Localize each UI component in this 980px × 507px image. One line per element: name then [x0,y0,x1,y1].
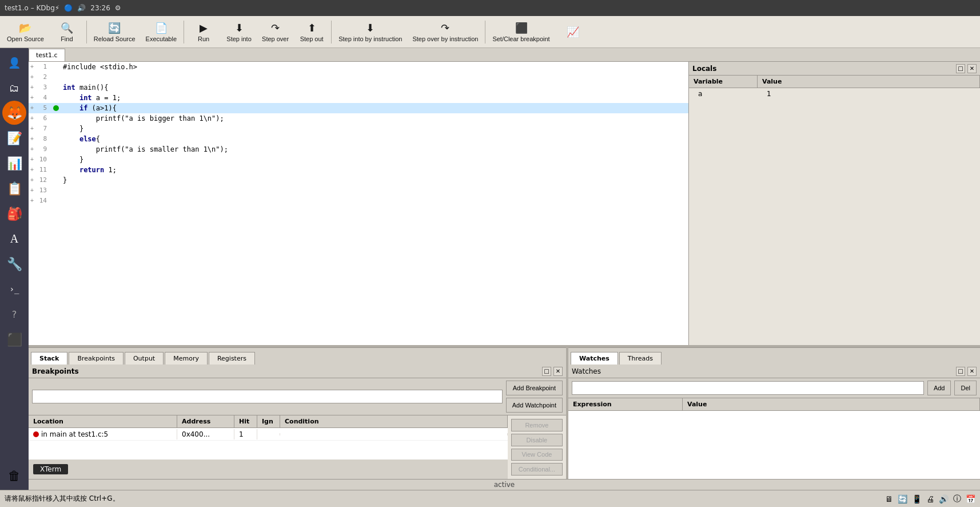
sidebar-icon-firefox[interactable]: 🦊 [2,101,26,125]
status-calendar-icon[interactable]: 📅 [966,494,975,504]
code-line-8: + 8 else{ [29,134,688,144]
tab-test1c[interactable]: test1.c [29,49,65,61]
code-line-7: + 7 } [29,124,688,134]
bp-close-button[interactable]: ✕ [553,367,563,376]
code-line-13: + 13 [29,185,688,196]
toolbar-separator-2 [184,21,184,43]
bp-cell-condition [280,433,508,435]
watches-search-input[interactable] [572,381,924,395]
active-status: active [29,479,980,490]
sidebar: 👤 🗂 🦊 📝 📊 📋 🎒 A 🔧 ›_ ? ⬛ 🗑 [0,48,29,490]
breakpoint-search-input[interactable] [32,390,503,403]
watches-col-value: Value [683,398,980,410]
sidebar-icon-xterm[interactable]: ⬛ [2,327,26,351]
remove-button[interactable]: Remove [511,419,563,431]
set-clear-breakpoint-button[interactable]: ⬛ Set/Clear breakpoint [488,18,554,46]
find-button[interactable]: 🔍 Find [50,18,84,46]
step-out-button[interactable]: ⬆ Step out [294,18,329,46]
step-into-label: Step into [226,35,251,42]
watches-close-button[interactable]: ✕ [967,367,977,376]
sidebar-icon-trash[interactable]: 🗑 [2,464,26,488]
code-line-14: + 14 [29,196,688,206]
sidebar-icon-terminal[interactable]: ›_ [2,277,26,301]
disable-button[interactable]: Disable [511,434,563,446]
sidebar-icon-tools[interactable]: 🔧 [2,252,26,276]
reload-source-button[interactable]: 🔄 Reload Source [89,18,140,46]
tab-bar: test1.c [29,48,980,62]
titlebar: test1.o – KDbg ⚡ 🔵 🔊 23:26 ⚙ [0,0,980,16]
tab-stack[interactable]: Stack [31,352,67,365]
locals-columns: Variable Value [689,76,980,88]
step-into-instr-label: Step into by instruction [338,35,402,42]
tab-breakpoints[interactable]: Breakpoints [69,352,124,365]
status-network-icon[interactable]: 🖥 [885,494,893,504]
step-over-instr-label: Step over by instruction [412,35,478,42]
status-right: 🖥 🔄 📱 🖨 🔊 ⓘ 📅 [885,494,975,504]
code-locals-split: + 1 #include <stdio.h> + 2 + 3 int main(… [29,62,980,345]
step-into-by-instruction-button[interactable]: ⬇ Step into by instruction [334,18,407,46]
sidebar-icon-amazon[interactable]: A [2,227,26,251]
status-refresh-icon[interactable]: 🔄 [898,494,907,504]
tab-label: test1.c [36,52,58,59]
breakpoint-row-1[interactable]: in main at test1.c:5 0x400... 1 [29,428,508,441]
locals-close-button[interactable]: ✕ [967,64,977,73]
add-watchpoint-button[interactable]: Add Watchpoint [506,398,563,413]
bp-col-hit: Hit [234,415,257,427]
set-clear-bp-label: Set/Clear breakpoint [492,35,549,42]
locals-row-a: a 1 [689,88,980,100]
status-print-icon[interactable]: 🖨 [926,494,934,504]
sidebar-icon-writer[interactable]: 📝 [2,126,26,150]
watches-controls: □ ✕ [956,367,977,376]
tab-watches[interactable]: Watches [571,352,618,365]
sidebar-icon-impress[interactable]: 📋 [2,176,26,200]
breakpoints-panel: Breakpoints □ ✕ Add Breakpoint Add Watch… [29,365,566,479]
tab-memory[interactable]: Memory [165,352,208,365]
step-into-instr-icon: ⬇ [366,22,375,34]
status-text: 请将鼠标指针移入其中或按 Ctrl+G。 [5,494,119,504]
code-line-3: + 3 int main(){ [29,82,688,93]
xterm-label[interactable]: XTerm [33,464,68,474]
tab-registers[interactable]: Registers [209,352,255,365]
status-sound-icon[interactable]: 🔊 [939,494,949,504]
active-text: active [494,481,515,489]
status-devices-icon[interactable]: 📱 [912,494,922,504]
add-breakpoint-button[interactable]: Add Breakpoint [506,381,563,395]
bottom-layout: Stack Breakpoints Output Memory Register… [29,347,980,479]
time-display: 23:26 [90,4,110,12]
watches-toolbar: Add Del [568,378,980,398]
executable-button[interactable]: 📄 Executable [141,18,181,46]
executable-label: Executable [146,35,177,42]
locals-content: a 1 [689,88,980,345]
view-code-button[interactable]: View Code [511,449,563,461]
step-into-button[interactable]: ⬇ Step into [222,18,256,46]
tab-threads[interactable]: Threads [619,352,662,365]
find-label: Find [61,35,73,42]
run-button[interactable]: ▶ Run [186,18,221,46]
code-editor[interactable]: + 1 #include <stdio.h> + 2 + 3 int main(… [29,62,688,345]
sidebar-icon-files[interactable]: 🗂 [2,76,26,100]
settings-icon[interactable]: ⚙ [115,4,121,12]
open-source-button[interactable]: 📂 Open Source [2,18,49,46]
sidebar-icon-help[interactable]: ? [2,302,26,326]
sidebar-icon-bag[interactable]: 🎒 [2,201,26,225]
watches-maximize-button[interactable]: □ [956,367,965,376]
status-info-icon[interactable]: ⓘ [953,494,961,504]
statusbar: 请将鼠标指针移入其中或按 Ctrl+G。 🖥 🔄 📱 🖨 🔊 ⓘ 📅 [0,490,980,507]
code-line-2: + 2 [29,72,688,82]
code-line-6: + 6 printf("a is bigger than 1\n"); [29,113,688,124]
locals-maximize-button[interactable]: □ [956,64,965,73]
watch-button[interactable]: 📈 [556,18,590,46]
watches-del-button[interactable]: Del [954,381,977,395]
bp-maximize-button[interactable]: □ [542,367,551,376]
conditional-button[interactable]: Conditional... [511,463,563,476]
watches-add-button[interactable]: Add [927,381,951,395]
bottom-left-panel: Stack Breakpoints Output Memory Register… [29,347,566,479]
sidebar-icon-user[interactable]: 👤 [2,50,26,74]
step-out-icon: ⬆ [308,22,316,34]
tab-output[interactable]: Output [125,352,164,365]
sidebar-icon-calc[interactable]: 📊 [2,151,26,175]
locals-title: Locals [692,65,716,73]
step-over-button[interactable]: ↷ Step over [257,18,293,46]
step-over-by-instruction-button[interactable]: ↷ Step over by instruction [408,18,483,46]
watches-title: Watches [572,367,601,375]
